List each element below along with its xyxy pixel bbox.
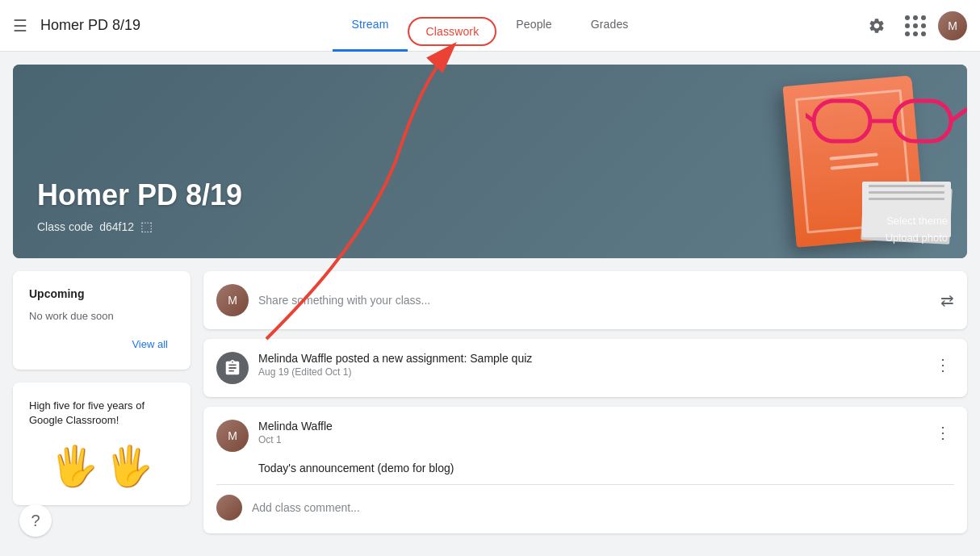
feed: M Share something with your class... ⇄ M… bbox=[203, 271, 967, 533]
view-all-button[interactable]: View all bbox=[125, 335, 174, 353]
tab-people[interactable]: People bbox=[496, 0, 571, 52]
class-code-value: d64f12 bbox=[99, 220, 134, 233]
tab-grades[interactable]: Grades bbox=[572, 0, 648, 52]
post-body: Today's announcement (demo for blog) bbox=[258, 462, 954, 474]
select-theme-button[interactable]: Select theme bbox=[883, 213, 951, 228]
svg-line-4 bbox=[951, 109, 967, 121]
tab-classwork[interactable]: Classwork bbox=[408, 17, 496, 46]
post-meta: Melinda Waffle Oct 1 bbox=[258, 420, 922, 445]
settings-icon[interactable] bbox=[861, 10, 893, 42]
promo-card: High five for five years of Google Class… bbox=[13, 383, 191, 505]
apps-grid bbox=[905, 15, 926, 36]
hands-illustration: 🖐 🖐 bbox=[29, 444, 174, 489]
post-more-button[interactable]: ⋮ bbox=[932, 352, 954, 378]
comment-area: Add class comment... bbox=[216, 484, 954, 520]
banner-code: Class code d64f12 ⬚ bbox=[37, 219, 242, 234]
share-input[interactable]: Share something with your class... bbox=[258, 294, 931, 307]
blue-hand-icon: 🖐 bbox=[105, 444, 153, 489]
no-work-text: No work due soon bbox=[29, 310, 174, 322]
promo-text: High five for five years of Google Class… bbox=[29, 399, 174, 428]
class-banner: Homer PD 8/19 Class code d64f12 ⬚ Select… bbox=[13, 65, 967, 258]
banner-title: Homer PD 8/19 bbox=[37, 178, 242, 212]
user-avatar[interactable]: M bbox=[938, 11, 967, 40]
banner-text: Homer PD 8/19 Class code d64f12 ⬚ bbox=[37, 178, 242, 234]
green-hand-icon: 🖐 bbox=[50, 444, 98, 489]
post-date: Aug 19 (Edited Oct 1) bbox=[258, 366, 922, 378]
apps-icon[interactable] bbox=[899, 10, 932, 42]
header-left: ☰ Homer PD 8/19 bbox=[13, 16, 174, 36]
comment-user-avatar bbox=[216, 495, 242, 520]
repost-icon[interactable]: ⇄ bbox=[940, 291, 954, 310]
sidebar: Upcoming No work due soon View all High … bbox=[13, 271, 191, 533]
class-code-label: Class code bbox=[37, 220, 93, 233]
menu-icon[interactable]: ☰ bbox=[13, 16, 27, 36]
expand-code-icon[interactable]: ⬚ bbox=[140, 219, 153, 234]
upcoming-card: Upcoming No work due soon View all bbox=[13, 271, 191, 370]
view-all-container: View all bbox=[29, 335, 174, 353]
post-card-user: M Melinda Waffle Oct 1 ⋮ Today's announc… bbox=[203, 407, 967, 533]
help-button[interactable]: ? bbox=[19, 504, 52, 537]
post-author: Melinda Waffle bbox=[258, 420, 922, 433]
header-nav: Stream Classwork People Grades bbox=[174, 0, 806, 52]
share-card[interactable]: M Share something with your class... ⇄ bbox=[203, 271, 967, 329]
post-header: Melinda Waffle posted a new assignment: … bbox=[216, 352, 954, 384]
share-user-avatar: M bbox=[216, 284, 249, 316]
post-card-assignment: Melinda Waffle posted a new assignment: … bbox=[203, 339, 967, 397]
header-right: M bbox=[806, 10, 967, 42]
comment-input[interactable]: Add class comment... bbox=[252, 501, 360, 514]
user-post-avatar: M bbox=[216, 420, 249, 452]
post-header: M Melinda Waffle Oct 1 ⋮ bbox=[216, 420, 954, 452]
header: ☰ Homer PD 8/19 Stream Classwork People … bbox=[0, 0, 980, 52]
upload-photo-button[interactable]: Upload photo bbox=[882, 230, 951, 245]
post-more-button[interactable]: ⋮ bbox=[932, 420, 954, 445]
post-title: Melinda Waffle posted a new assignment: … bbox=[258, 352, 922, 365]
assignment-icon bbox=[216, 352, 249, 384]
tab-stream[interactable]: Stream bbox=[333, 0, 408, 52]
svg-rect-0 bbox=[814, 101, 870, 141]
upcoming-title: Upcoming bbox=[29, 287, 174, 300]
post-date: Oct 1 bbox=[258, 434, 922, 445]
header-title: Homer PD 8/19 bbox=[40, 17, 140, 34]
main-content: Homer PD 8/19 Class code d64f12 ⬚ Select… bbox=[0, 65, 980, 546]
page-body: Upcoming No work due soon View all High … bbox=[0, 258, 980, 546]
svg-rect-1 bbox=[894, 101, 951, 141]
post-meta: Melinda Waffle posted a new assignment: … bbox=[258, 352, 922, 378]
banner-actions: Select theme Upload photo bbox=[882, 213, 951, 245]
glasses-decoration bbox=[806, 81, 967, 169]
